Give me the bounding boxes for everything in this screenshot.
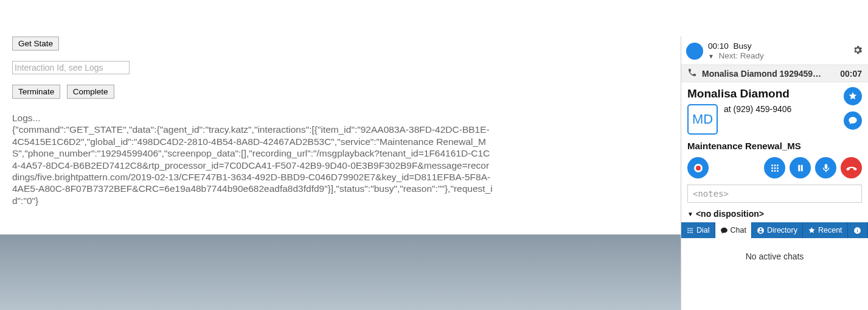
tab-recent[interactable]: Recent	[803, 222, 848, 238]
caret-down-icon: ▼	[687, 211, 693, 217]
phone-icon	[687, 68, 697, 79]
empty-chat-label: No active chats	[746, 252, 804, 261]
svg-point-2	[777, 164, 779, 166]
active-call-row[interactable]: Monalisa Diamond 1929459… 00:07	[681, 65, 868, 82]
interaction-id-input[interactable]	[12, 61, 130, 74]
svg-point-12	[689, 228, 690, 229]
dialpad-button[interactable]	[764, 157, 785, 178]
svg-point-0	[771, 164, 773, 166]
service-name: Maintenance Renewal_MS	[681, 137, 868, 153]
status-timer: 00:10	[708, 41, 729, 51]
logs-heading: Logs...	[12, 112, 493, 124]
svg-point-4	[774, 167, 776, 169]
favorite-button[interactable]	[844, 87, 862, 105]
svg-point-8	[777, 170, 779, 172]
svg-point-11	[687, 228, 689, 229]
hold-button[interactable]	[790, 157, 811, 178]
get-state-button[interactable]: Get State	[12, 37, 59, 51]
agent-desktop-panel: 00:10 Busy ▼ Next: Ready Monalisa Diamon…	[681, 37, 868, 310]
agent-status-bar: 00:10 Busy ▼ Next: Ready	[681, 37, 868, 65]
svg-point-19	[692, 232, 693, 233]
background-gradient	[0, 234, 681, 310]
hangup-button[interactable]	[841, 157, 862, 178]
svg-rect-10	[800, 165, 802, 172]
svg-point-3	[771, 167, 773, 169]
contact-card: Monalisa Diamond MD at (929) 459-9406	[681, 82, 868, 137]
svg-point-13	[692, 228, 693, 229]
tab-chat[interactable]: Chat	[715, 222, 752, 238]
svg-point-17	[687, 232, 689, 233]
contact-phone-line: at (929) 459-9406	[724, 104, 791, 114]
record-button[interactable]	[687, 157, 709, 178]
svg-point-14	[687, 230, 689, 231]
call-controls	[681, 153, 868, 185]
status-dot-icon	[686, 43, 703, 60]
mute-button[interactable]	[815, 157, 836, 178]
tab-directory-label: Directory	[767, 226, 797, 234]
active-call-name: Monalisa Diamond 1929459…	[702, 69, 821, 79]
settings-icon[interactable]	[852, 44, 863, 58]
tab-dial-label: Dial	[696, 226, 710, 234]
tab-info[interactable]	[848, 222, 868, 238]
status-label: Busy	[734, 41, 752, 51]
contact-avatar: MD	[687, 104, 718, 135]
svg-point-1	[774, 164, 776, 166]
logs-body: {"command":"GET_STATE","data":{"agent_id…	[12, 124, 493, 206]
svg-point-15	[689, 230, 690, 231]
tab-directory[interactable]: Directory	[752, 222, 803, 238]
svg-point-7	[774, 170, 776, 172]
contact-name: Monalisa Diamond	[687, 87, 844, 100]
active-call-timer: 00:07	[840, 69, 862, 79]
terminate-button[interactable]: Terminate	[12, 85, 60, 99]
svg-point-16	[692, 230, 693, 231]
disposition-dropdown[interactable]: ▼ <no disposition>	[681, 203, 868, 222]
bottom-tabs: Dial Chat Directory Recent	[681, 222, 868, 238]
tab-recent-label: Recent	[818, 226, 842, 234]
complete-button[interactable]: Complete	[67, 85, 114, 99]
svg-point-18	[689, 232, 690, 233]
test-harness-panel: Get State Terminate Complete Logs... {"c…	[0, 0, 681, 310]
tab-dial[interactable]: Dial	[681, 222, 715, 238]
svg-point-5	[777, 167, 779, 169]
disposition-label: <no disposition>	[696, 209, 764, 219]
tab-chat-label: Chat	[731, 226, 746, 234]
chat-panel-body: No active chats	[681, 238, 868, 310]
status-next-label: Next: Ready	[718, 51, 763, 60]
status-chevron-down-icon[interactable]: ▼	[708, 53, 714, 60]
svg-point-6	[771, 170, 773, 172]
notes-input[interactable]	[687, 185, 862, 203]
svg-rect-9	[798, 165, 800, 172]
chat-button[interactable]	[844, 111, 862, 130]
